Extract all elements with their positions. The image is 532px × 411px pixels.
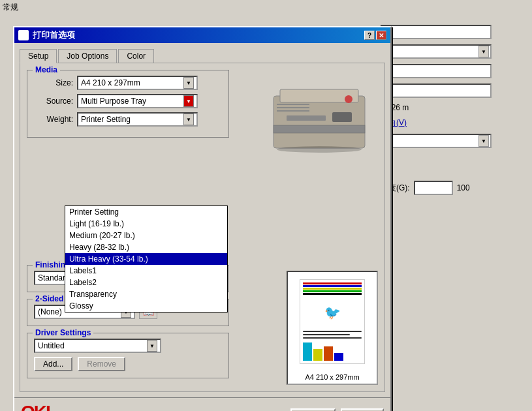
height-field[interactable]	[414, 181, 453, 195]
dropdown-item-labels1[interactable]: Labels1	[65, 265, 227, 277]
bottom-buttons: About... Default	[290, 408, 384, 411]
tab-job-options[interactable]: Job Options	[58, 49, 117, 63]
svg-rect-6	[277, 104, 309, 105]
right-panel: ▼ 5,926 m 方向(V) ▼ 高度(G): 100	[375, 20, 532, 411]
dialog-titlebar: 🖨 打印首选项 ? ✕	[14, 27, 390, 43]
two-sided-value: (None)	[38, 307, 62, 316]
right-dropdown-1[interactable]: ▼	[381, 44, 492, 59]
print-preferences-dialog: 🖨 打印首选项 ? ✕ Setup Job Options Color	[13, 26, 392, 411]
dialog-title: 打印首选项	[33, 29, 75, 41]
bar-4	[334, 353, 343, 361]
height-value: 100	[457, 183, 470, 192]
help-button[interactable]: ?	[364, 31, 375, 40]
printer-svg	[267, 76, 371, 155]
dialog-body: Setup Job Options Color	[14, 43, 390, 397]
weight-label: Weight:	[34, 115, 73, 124]
preview-line-blue	[303, 285, 362, 287]
media-group: Media Size: A4 210 x 297mm ▼ Source: Mul…	[27, 70, 229, 138]
oki-logo: OKI PRINTING SOLUTIONS	[21, 403, 97, 411]
oki-text: OKI	[21, 403, 50, 411]
preview-line-black	[303, 293, 362, 295]
right-dropdown-1-arrow[interactable]: ▼	[478, 46, 489, 57]
svg-rect-2	[274, 125, 365, 133]
size-value: A4 210 x 297mm	[81, 78, 140, 87]
preview-line-yellow	[303, 288, 362, 290]
printer-image	[260, 70, 378, 161]
svg-point-9	[277, 146, 362, 153]
source-row: Source: Multi Purpose Tray ▼	[34, 94, 222, 108]
dropdown-item-heavy[interactable]: Heavy (28-32 lb.)	[65, 241, 227, 253]
source-value: Multi Purpose Tray	[81, 97, 146, 106]
preview-text-3	[303, 337, 362, 339]
source-select-arrow[interactable]: ▼	[183, 95, 194, 107]
bar-3	[324, 346, 333, 361]
top-label: 常规	[3, 2, 18, 13]
size-select-arrow[interactable]: ▼	[183, 77, 194, 89]
tab-bar: Setup Job Options Color	[20, 48, 385, 63]
preview-text-2	[303, 334, 350, 335]
size-label: Size:	[34, 78, 73, 87]
svg-rect-7	[277, 107, 309, 108]
right-field-3-container	[381, 84, 527, 98]
preview-content: 🐦	[288, 272, 377, 371]
driver-row: Untitled ▼	[34, 339, 222, 353]
dropdown-item-transparency[interactable]: Transparency	[65, 288, 227, 300]
dropdown-item-printer-setting[interactable]: Printer Setting	[65, 206, 227, 218]
right-dropdown-2[interactable]: ▼	[381, 134, 492, 148]
weight-row: Weight: Printer Setting ▼	[34, 112, 222, 127]
tab-content-setup: Media Size: A4 210 x 297mm ▼ Source: Mul…	[20, 63, 385, 392]
source-select[interactable]: Multi Purpose Tray ▼	[77, 94, 198, 108]
media-group-label: Media	[33, 65, 60, 74]
dropdown-item-glossy[interactable]: Glossy	[65, 300, 227, 312]
svg-rect-8	[277, 110, 309, 112]
tab-color[interactable]: Color	[118, 49, 154, 63]
close-button[interactable]: ✕	[376, 31, 386, 40]
dropdown-item-labels2[interactable]: Labels2	[65, 277, 227, 288]
bar-1	[303, 342, 312, 361]
bar-2	[313, 349, 322, 361]
right-dropdown-2-container: ▼	[381, 134, 527, 148]
preview-bars	[303, 342, 362, 361]
right-field-2[interactable]	[381, 64, 492, 78]
driver-select-arrow[interactable]: ▼	[147, 340, 157, 352]
preview-text-1	[303, 331, 362, 332]
preview-page: 🐦	[300, 279, 365, 364]
right-field-1-container	[381, 25, 527, 39]
printer-icon: 🖨	[18, 30, 29, 40]
tab-setup[interactable]: Setup	[20, 49, 57, 63]
right-field-1[interactable]	[381, 25, 492, 39]
size-row: Size: A4 210 x 297mm ▼	[34, 76, 222, 90]
preview-label: A4 210 x 297mm	[302, 371, 362, 384]
size-select[interactable]: A4 210 x 297mm ▼	[77, 76, 198, 90]
dialog-controls: ? ✕	[364, 31, 386, 40]
preview-bird: 🐦	[303, 296, 362, 329]
number-display: 5,926 m	[381, 103, 527, 112]
weight-value: Printer Setting	[81, 115, 131, 124]
dropdown-item-light[interactable]: Light (16-19 lb.)	[65, 218, 227, 230]
driver-select[interactable]: Untitled ▼	[34, 339, 161, 353]
svg-rect-4	[332, 112, 352, 122]
about-button[interactable]: About...	[290, 408, 336, 411]
default-button[interactable]: Default	[341, 408, 384, 411]
driver-settings-group: Driver Settings Untitled ▼ Add... Remove	[27, 333, 229, 378]
weight-dropdown-list: Printer Setting Light (16-19 lb.) Medium…	[65, 206, 228, 312]
preview-area: 🐦 A4 210 x 297mm	[287, 271, 378, 385]
height-row: 高度(G): 100	[381, 181, 527, 195]
dropdown-item-medium[interactable]: Medium (20-27 lb.)	[65, 230, 227, 241]
driver-settings-label: Driver Settings	[33, 328, 93, 337]
direction-item: 方向(V)	[381, 117, 527, 129]
add-button[interactable]: Add...	[34, 357, 72, 371]
preview-line-green	[303, 290, 362, 292]
right-field-2-container	[381, 64, 527, 78]
svg-point-5	[345, 95, 352, 103]
weight-select-arrow[interactable]: ▼	[183, 114, 194, 125]
weight-select[interactable]: Printer Setting ▼	[77, 112, 198, 127]
dialog-title-section: 🖨 打印首选项	[18, 29, 75, 41]
right-dropdown-2-arrow[interactable]: ▼	[478, 135, 489, 147]
remove-button[interactable]: Remove	[78, 357, 125, 371]
bottom-bar: OKI PRINTING SOLUTIONS About... Default	[14, 397, 390, 411]
right-field-3[interactable]	[381, 84, 492, 98]
dropdown-item-ultra-heavy[interactable]: Ultra Heavy (33-54 lb.)	[65, 253, 227, 265]
top-bar: 常规	[0, 0, 532, 14]
right-dropdown-1-container: ▼	[381, 44, 527, 59]
